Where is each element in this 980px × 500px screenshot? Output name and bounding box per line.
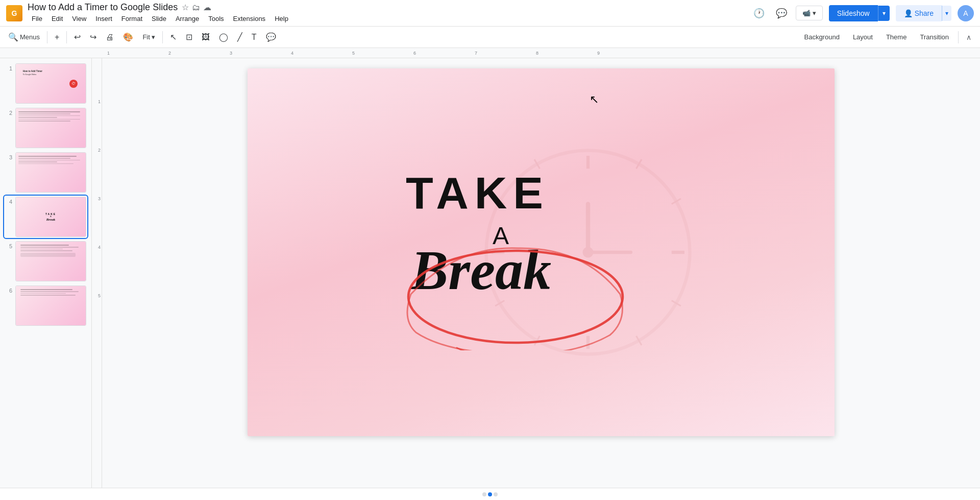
slide-item-2[interactable]: 2 (4, 107, 87, 149)
text-tool[interactable]: T (248, 30, 261, 45)
zoom-dropdown-icon: ▾ (152, 33, 155, 41)
slide-number-3: 3 (5, 154, 12, 160)
svg-point-15 (583, 247, 594, 258)
slide-dot-3[interactable] (494, 492, 498, 496)
slide-thumb-5 (15, 241, 86, 281)
share-dropdown-button[interactable]: ▾ (942, 6, 951, 21)
vertical-ruler: 1 2 3 4 5 (92, 58, 102, 500)
cloud-icon[interactable]: ☁ (203, 3, 211, 12)
canvas-area: TAKE A Break ↖ (102, 58, 980, 500)
slide-item-6[interactable]: 6 (4, 284, 87, 327)
slides-panel: 1 How to Add TimerTo Google Slides ⏱ 2 (0, 58, 92, 500)
slide-item-1[interactable]: 1 How to Add TimerTo Google Slides ⏱ (4, 62, 87, 105)
slideshow-btn-group: Slideshow ▾ (829, 5, 890, 21)
slide-dot-1[interactable] (482, 492, 486, 496)
menu-arrange[interactable]: Arrange (172, 13, 203, 24)
vruler-2: 2 (98, 148, 101, 153)
vruler-1: 1 (98, 99, 101, 104)
avatar[interactable]: A (958, 5, 974, 21)
video-call-button[interactable]: 📹 ▾ (796, 6, 823, 20)
line-tool[interactable]: ╱ (233, 30, 247, 45)
app-logo: G (6, 5, 22, 21)
ruler-mark-8: 8 (536, 51, 538, 56)
take-text: TAKE (406, 171, 549, 216)
slide5-content (16, 242, 86, 260)
share-button[interactable]: 👤 Share (896, 5, 942, 21)
toolbar-separator-4 (958, 31, 959, 43)
share-btn-group: 👤 Share ▾ (896, 5, 951, 21)
print-button[interactable]: 🖨 (102, 30, 118, 45)
collapse-toolbar-button[interactable]: ∧ (962, 30, 976, 44)
slide-item-3[interactable]: 3 (4, 151, 87, 194)
slideshow-dropdown-button[interactable]: ▾ (878, 6, 890, 21)
slide-item-4[interactable]: 4 TAKE A Break (4, 196, 87, 238)
ruler-mark-3: 3 (230, 51, 232, 56)
toolbar-separator-3 (162, 31, 163, 43)
shape-tool[interactable]: ◯ (215, 30, 232, 45)
zoom-in-button[interactable]: + (51, 30, 63, 45)
menu-tools[interactable]: Tools (204, 13, 228, 24)
menu-insert[interactable]: Insert (91, 13, 116, 24)
menu-format[interactable]: Format (117, 13, 146, 24)
select-tool[interactable]: ↖ (166, 30, 181, 45)
share-label: Share (915, 9, 934, 17)
menu-edit[interactable]: Edit (47, 13, 67, 24)
theme-button[interactable]: Theme (880, 31, 913, 43)
document-title[interactable]: How to Add a Timer to Google Slides (28, 2, 178, 13)
paint-format-button[interactable]: 🎨 (119, 30, 137, 45)
menu-view[interactable]: View (68, 13, 90, 24)
transition-button[interactable]: Transition (914, 31, 955, 43)
comments-icon[interactable]: 💬 (773, 5, 790, 21)
search-menus-button[interactable]: 🔍 Menus (4, 30, 44, 45)
slide-number-5: 5 (5, 243, 12, 249)
menu-extensions[interactable]: Extensions (229, 13, 270, 24)
slide1-title-thumb: How to Add TimerTo Google Slides (23, 70, 42, 77)
slide-thumb-3 (15, 152, 86, 193)
slide4-break-text: Break (46, 218, 56, 222)
slide-number-1: 1 (5, 65, 12, 72)
menu-help[interactable]: Help (271, 13, 292, 24)
ruler-mark-7: 7 (475, 51, 477, 56)
doc-title-area: How to Add a Timer to Google Slides ☆ 🗂 … (28, 2, 746, 24)
redo-button[interactable]: ↪ (86, 30, 101, 45)
comment-tool[interactable]: 💬 (262, 30, 280, 45)
slide-canvas[interactable]: TAKE A Break ↖ (248, 68, 835, 436)
slide3-content (16, 153, 86, 167)
slide-thumb-2 (15, 108, 86, 148)
ruler-mark-5: 5 (352, 51, 355, 56)
slide-item-5[interactable]: 5 (4, 240, 87, 282)
title-right: 🕐 💬 📹 ▾ Slideshow ▾ 👤 Share ▾ A (751, 5, 974, 21)
history-icon[interactable]: 🕐 (751, 5, 767, 21)
select-region-tool[interactable]: ⊡ (182, 30, 197, 45)
ruler-mark-6: 6 (413, 51, 416, 56)
main-area: 1 How to Add TimerTo Google Slides ⏱ 2 (0, 58, 980, 500)
toolbar: 🔍 Menus + ↩ ↪ 🖨 🎨 Fit ▾ ↖ ⊡ 🖼 ◯ ╱ T 💬 Ba… (0, 27, 980, 48)
slide-number-2: 2 (5, 110, 12, 116)
folder-icon[interactable]: 🗂 (192, 3, 200, 12)
image-tool[interactable]: 🖼 (198, 30, 214, 45)
star-icon[interactable]: ☆ (182, 3, 189, 12)
menu-file[interactable]: File (28, 13, 46, 24)
search-icon: 🔍 (8, 32, 18, 42)
vruler-5: 5 (98, 293, 101, 298)
slide-dot-2[interactable] (488, 492, 492, 496)
layout-button[interactable]: Layout (847, 31, 879, 43)
doc-title-row: How to Add a Timer to Google Slides ☆ 🗂 … (28, 2, 746, 13)
slide6-content (16, 286, 86, 299)
vruler-3: 3 (98, 196, 101, 201)
video-icon: 📹 (802, 9, 811, 17)
toolbar-right: Background Layout Theme Transition ∧ (798, 30, 976, 44)
toolbar-separator-1 (47, 31, 47, 43)
menu-slide[interactable]: Slide (148, 13, 170, 24)
slide-number-4: 4 (5, 199, 12, 205)
slide2-content (16, 108, 86, 125)
zoom-button[interactable]: Fit ▾ (138, 30, 159, 45)
title-icons: ☆ 🗂 ☁ (182, 3, 211, 12)
title-bar: G How to Add a Timer to Google Slides ☆ … (0, 0, 980, 27)
share-icon: 👤 (904, 9, 913, 17)
ruler-mark-9: 9 (597, 51, 600, 56)
slideshow-button[interactable]: Slideshow (829, 5, 878, 21)
undo-button[interactable]: ↩ (70, 30, 85, 45)
horizontal-ruler: 1 2 3 4 5 6 7 8 9 (0, 48, 980, 58)
background-button[interactable]: Background (798, 31, 845, 43)
